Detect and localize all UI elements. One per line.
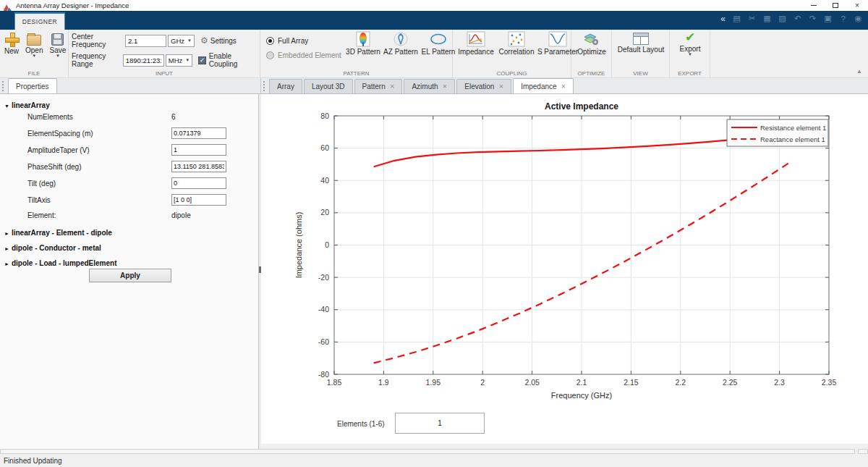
tab-layout-3d[interactable]: Layout 3D (304, 79, 353, 93)
center-frequency-unit-select[interactable]: GHz ▼ (168, 35, 195, 47)
drag-handle-icon[interactable] (263, 81, 266, 91)
optimize-button[interactable]: Optimize (575, 31, 608, 56)
amplitudetaper-label: AmplitudeTaper (V) (27, 146, 90, 154)
save-button[interactable]: Save ▼ (49, 32, 66, 58)
tiltaxis-input[interactable] (171, 194, 226, 206)
tab-array[interactable]: Array (269, 79, 302, 93)
community-icon[interactable]: ◉ (853, 13, 864, 24)
enable-coupling-label: Enable Coupling (209, 52, 260, 68)
tilt-input[interactable] (171, 177, 226, 189)
status-inset (0, 449, 855, 454)
tab-designer[interactable]: DESIGNER (14, 12, 65, 30)
tab-impedance[interactable]: Impedance✕ (513, 78, 574, 93)
help-icon[interactable]: ? (838, 13, 848, 24)
svg-text:Impedance (ohms): Impedance (ohms) (294, 212, 303, 279)
designer-tab-label: DESIGNER (22, 18, 57, 25)
ribbon-section-input: Center Frequency GHz ▼ ⚙ Settings Freque… (69, 30, 260, 77)
drag-handle-icon[interactable] (2, 81, 5, 91)
quick-access-toolbar: « ▤ ✂ ▦ ▧ ↶ ↷ ▣ ? ◉ (720, 13, 864, 24)
windows-icon[interactable]: ▣ (822, 13, 833, 24)
new-icon (4, 32, 19, 46)
frequency-range-unit-select[interactable]: MHz ▼ (166, 54, 192, 67)
tab-close-icon[interactable]: ✕ (561, 83, 566, 90)
3d-pattern-button[interactable]: 3D Pattern (344, 31, 382, 56)
undo-icon[interactable]: ↶ (792, 13, 803, 24)
correlation-button[interactable]: Correlation (496, 31, 537, 56)
frequency-range-label: Frequency Range (72, 52, 123, 68)
ribbon-section-export: ✔ Export ▼ EXPORT (670, 30, 710, 77)
elements-input[interactable] (395, 413, 485, 434)
tilt-label: Tilt (deg) (27, 180, 56, 188)
maximize-button[interactable] (825, 0, 846, 11)
minimize-button[interactable] (803, 0, 825, 11)
embedded-element-radio[interactable]: Embedded Element (266, 51, 341, 59)
impedance-button[interactable]: Impedance (456, 31, 496, 56)
settings-gear-icon[interactable]: ⚙ (200, 35, 208, 46)
maximize-icon (833, 3, 838, 8)
save-icon[interactable]: ▤ (731, 13, 742, 24)
apply-button[interactable]: Apply (89, 269, 171, 282)
conductor-metal-section[interactable]: ►dipole - Conductor - metal (4, 244, 101, 252)
center-frequency-label: Center Frequency (72, 33, 125, 49)
tab-elevation[interactable]: Elevation✕ (456, 79, 511, 93)
elementspacing-input[interactable] (171, 127, 226, 139)
impedance-icon (467, 31, 485, 47)
numelements-value: 6 (171, 113, 176, 121)
svg-text:1.9: 1.9 (378, 378, 389, 387)
default-layout-button[interactable]: Default Layout (616, 31, 666, 54)
export-dropdown-icon[interactable]: ▼ (688, 53, 692, 56)
enable-coupling-checkbox[interactable]: ✓ (198, 56, 206, 64)
open-button[interactable]: Open ▼ (25, 32, 43, 58)
copy-icon[interactable]: ▦ (762, 13, 773, 24)
svg-text:2.1: 2.1 (576, 378, 587, 387)
collapse-ribbon-icon[interactable]: ▲ (856, 68, 862, 75)
redo-icon[interactable]: ↷ (807, 13, 818, 24)
tab-pattern[interactable]: Pattern✕ (354, 79, 403, 93)
expanded-arrow-icon: ▼ (4, 104, 9, 109)
open-folder-icon (27, 35, 41, 46)
save-dropdown-icon[interactable]: ▼ (56, 54, 60, 58)
element-dipole-section[interactable]: ►linearArray - Element - dipole (4, 229, 112, 237)
svg-text:2.35: 2.35 (822, 378, 837, 387)
open-dropdown-icon[interactable]: ▼ (32, 54, 36, 58)
full-array-radio[interactable]: Full Array (266, 37, 341, 45)
impedance-figure: 1.851.91.9522.052.12.152.22.252.32.35-80… (261, 94, 868, 444)
view-section-label: VIEW (612, 70, 669, 77)
svg-text:40: 40 (320, 176, 329, 185)
3d-pattern-icon (354, 31, 373, 47)
svg-text:Resistance element 1: Resistance element 1 (760, 124, 826, 132)
tab-properties[interactable]: Properties (8, 78, 57, 93)
element-value: dipole (171, 211, 191, 219)
amplitudetaper-input[interactable] (171, 144, 226, 156)
frequency-range-input[interactable] (123, 54, 164, 67)
tab-close-icon[interactable]: ✕ (390, 83, 395, 90)
svg-text:2.15: 2.15 (624, 378, 639, 387)
el-pattern-button[interactable]: EL Pattern (420, 31, 457, 56)
load-lumpedelement-section[interactable]: ►dipole - Load - lumpedElement (4, 259, 117, 267)
export-button[interactable]: ✔ Export ▼ (673, 31, 707, 56)
lineararray-group-header[interactable]: ▼linearArray (4, 101, 50, 109)
properties-tab-bar: Properties (0, 78, 261, 94)
svg-text:2.05: 2.05 (524, 378, 540, 387)
svg-text:1.85: 1.85 (327, 378, 342, 387)
cut-icon[interactable]: ✂ (746, 13, 757, 24)
paste-icon[interactable]: ▧ (777, 13, 788, 24)
qat-collapse-icon[interactable]: « (720, 14, 726, 24)
az-pattern-button[interactable]: AZ Pattern (382, 31, 420, 56)
tab-close-icon[interactable]: ✕ (443, 83, 448, 90)
file-section-label: FILE (0, 70, 68, 77)
status-grip (858, 449, 868, 454)
center-frequency-input[interactable] (125, 35, 166, 47)
tab-close-icon[interactable]: ✕ (498, 83, 503, 90)
phaseshift-input[interactable] (171, 161, 226, 172)
title-bar: Antenna Array Designer - Impedance × (0, 0, 868, 11)
svg-text:-20: -20 (318, 273, 329, 282)
settings-label[interactable]: Settings (210, 37, 237, 45)
default-layout-icon (633, 33, 649, 45)
new-button[interactable]: New (4, 32, 19, 58)
tab-azimuth[interactable]: Azimuth✕ (404, 79, 455, 93)
radio-selected-icon (266, 37, 274, 45)
close-button[interactable]: × (846, 0, 868, 11)
tiltaxis-label: TiltAxis (27, 196, 51, 204)
svg-text:80: 80 (320, 112, 329, 120)
